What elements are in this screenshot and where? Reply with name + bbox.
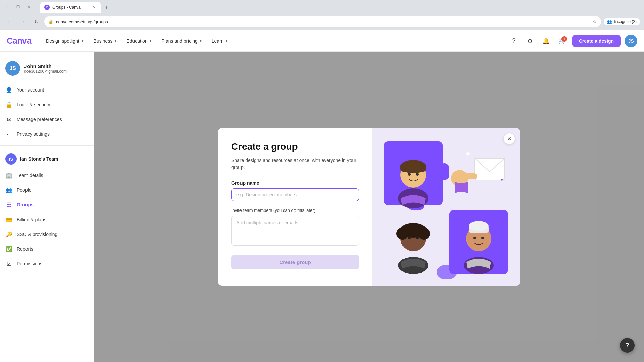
chevron-down-icon: ▼ xyxy=(149,39,152,43)
canva-logo[interactable]: Canva xyxy=(7,36,31,46)
settings-button[interactable]: ⚙ xyxy=(524,35,536,47)
app-container: Canva Design spotlight ▼ Business ▼ Educ… xyxy=(0,30,644,362)
minimize-button[interactable]: − xyxy=(3,2,12,11)
svg-point-33 xyxy=(481,237,484,239)
group-illustration: ✦ ✦ xyxy=(381,135,512,279)
sidebar: JS John Smith doe301200@gmail.com 👤 Your… xyxy=(0,52,94,362)
invite-members-textarea[interactable] xyxy=(231,216,359,246)
building-icon: 🏢 xyxy=(5,172,13,179)
nav-items: Design spotlight ▼ Business ▼ Education … xyxy=(42,36,508,46)
tab-close-button[interactable]: ✕ xyxy=(91,5,97,10)
svg-rect-7 xyxy=(439,230,449,247)
reports-icon: ✅ xyxy=(5,245,13,253)
svg-text:✦: ✦ xyxy=(465,150,471,158)
main-area: JS John Smith doe301200@gmail.com 👤 Your… xyxy=(0,52,644,362)
sidebar-item-sso[interactable]: 🔑 SSO & provisioning xyxy=(0,227,94,242)
help-fab-button[interactable]: ? xyxy=(620,338,635,353)
address-bar-row: ← → ↻ 🔒 canva.com/settings/groups ☆ 👥 In… xyxy=(0,13,644,30)
lock-icon: 🔒 xyxy=(5,101,13,108)
sidebar-item-permissions[interactable]: ☑ Permissions xyxy=(0,256,94,271)
group-name-label: Group name xyxy=(231,180,359,186)
sidebar-item-reports[interactable]: ✅ Reports xyxy=(0,242,94,256)
message-icon: ✉ xyxy=(5,116,13,123)
sidebar-item-people[interactable]: 👥 People xyxy=(0,183,94,197)
browser-chrome: − □ ✕ C Groups - Canva ✕ + ← → ↻ 🔒 canva… xyxy=(0,0,644,30)
create-group-modal: Create a group Share designs and resourc… xyxy=(218,128,520,286)
maximize-button[interactable]: □ xyxy=(13,2,23,11)
shield-icon: 🛡 xyxy=(5,130,13,138)
content-area: Create a group Share designs and resourc… xyxy=(94,52,644,362)
bookmark-icon[interactable]: ☆ xyxy=(593,19,597,24)
sidebar-item-groups[interactable]: ☷ Groups xyxy=(0,197,94,212)
sidebar-team-header[interactable]: IS Ian Stone's Team xyxy=(0,150,94,168)
svg-point-27 xyxy=(416,237,419,239)
person-icon: 👤 xyxy=(5,86,13,94)
tab-title: Groups - Canva xyxy=(52,5,81,10)
sidebar-item-billing-plans[interactable]: 💳 Billing & plans xyxy=(0,212,94,227)
sidebar-item-privacy-settings[interactable]: 🛡 Privacy settings xyxy=(0,127,94,141)
modal-right-panel: ✦ ✦ xyxy=(372,128,520,286)
modal-left-panel: Create a group Share designs and resourc… xyxy=(218,128,372,286)
nav-right: ? ⚙ 🔔 🛒 1 Create a design JS xyxy=(508,35,637,47)
key-icon: 🔑 xyxy=(5,231,13,238)
nav-item-plans[interactable]: Plans and pricing ▼ xyxy=(157,36,206,46)
top-nav: Canva Design spotlight ▼ Business ▼ Educ… xyxy=(0,30,644,52)
url-text: canva.com/settings/groups xyxy=(56,19,590,24)
modal-overlay[interactable]: Create a group Share designs and resourc… xyxy=(94,52,644,362)
modal-close-button[interactable]: ✕ xyxy=(504,133,515,144)
svg-point-32 xyxy=(473,237,476,239)
active-tab[interactable]: C Groups - Canva ✕ xyxy=(40,2,101,13)
cart-button[interactable]: 🛒 1 xyxy=(556,35,568,47)
reload-button[interactable]: ↻ xyxy=(31,16,42,27)
back-button[interactable]: ← xyxy=(4,16,15,27)
create-design-button[interactable]: Create a design xyxy=(572,35,621,47)
sidebar-divider xyxy=(0,145,94,146)
svg-point-14 xyxy=(416,173,419,176)
user-avatar[interactable]: JS xyxy=(625,35,637,47)
svg-point-8 xyxy=(437,265,457,279)
sidebar-user-info: John Smith doe301200@gmail.com xyxy=(24,63,88,74)
svg-point-31 xyxy=(469,221,489,231)
incognito-badge[interactable]: 👥 Incognito (2) xyxy=(604,18,640,25)
sidebar-user-avatar: JS xyxy=(5,61,20,76)
people-icon: 👥 xyxy=(5,186,13,194)
svg-rect-25 xyxy=(400,227,426,236)
invite-label: Invite team members (you can do this lat… xyxy=(231,208,359,213)
sidebar-user-name: John Smith xyxy=(24,63,88,69)
sidebar-user-section: JS John Smith doe301200@gmail.com xyxy=(0,57,94,80)
tab-favicon: C xyxy=(44,5,50,10)
sidebar-item-team-details[interactable]: 🏢 Team details xyxy=(0,168,94,183)
group-name-input[interactable] xyxy=(231,188,359,201)
svg-rect-19 xyxy=(464,173,477,179)
nav-item-business[interactable]: Business ▼ xyxy=(90,36,121,46)
sidebar-item-message-preferences[interactable]: ✉ Message preferences xyxy=(0,112,94,127)
team-avatar: IS xyxy=(5,153,17,165)
help-button[interactable]: ? xyxy=(508,35,520,47)
svg-rect-6 xyxy=(475,200,491,210)
create-group-button[interactable]: Create group xyxy=(231,255,359,269)
incognito-label: Incognito (2) xyxy=(614,19,637,24)
nav-item-education[interactable]: Education ▼ xyxy=(122,36,156,46)
svg-text:✦: ✦ xyxy=(500,177,504,183)
modal-title: Create a group xyxy=(231,141,359,152)
forward-button[interactable]: → xyxy=(17,16,28,27)
browser-controls: − □ ✕ xyxy=(3,2,34,11)
chevron-down-icon: ▼ xyxy=(114,39,117,43)
sidebar-item-login-security[interactable]: 🔒 Login & security xyxy=(0,97,94,112)
cart-badge: 1 xyxy=(561,36,567,42)
address-bar[interactable]: 🔒 canva.com/settings/groups ☆ xyxy=(44,16,601,27)
card-icon: 💳 xyxy=(5,216,13,223)
new-tab-button[interactable]: + xyxy=(102,3,111,13)
nav-item-design-spotlight[interactable]: Design spotlight ▼ xyxy=(42,36,88,46)
sidebar-item-your-account[interactable]: 👤 Your account xyxy=(0,82,94,97)
notifications-button[interactable]: 🔔 xyxy=(540,35,552,47)
svg-rect-4 xyxy=(439,163,449,180)
chevron-down-icon: ▼ xyxy=(225,39,228,43)
nav-item-learn[interactable]: Learn ▼ xyxy=(208,36,232,46)
tab-bar: C Groups - Canva ✕ + xyxy=(38,1,114,13)
close-window-button[interactable]: ✕ xyxy=(24,2,34,11)
modal-description: Share designs and resources at once, wit… xyxy=(231,157,359,171)
browser-titlebar: − □ ✕ C Groups - Canva ✕ + xyxy=(0,0,644,13)
ssl-lock-icon: 🔒 xyxy=(48,19,53,24)
chevron-down-icon: ▼ xyxy=(81,39,84,43)
